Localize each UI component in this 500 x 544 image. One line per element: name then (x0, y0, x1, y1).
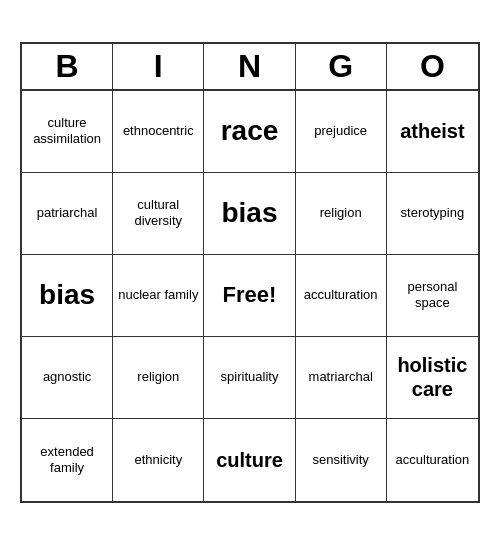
bingo-cell: prejudice (296, 91, 387, 173)
bingo-header: BINGO (22, 44, 478, 91)
bingo-card: BINGO culture assimilationethnocentricra… (20, 42, 480, 503)
bingo-cell: ethnocentric (113, 91, 204, 173)
bingo-header-letter: G (296, 44, 387, 89)
bingo-cell: spirituality (204, 337, 295, 419)
bingo-cell: religion (113, 337, 204, 419)
bingo-cell: sensitivity (296, 419, 387, 501)
bingo-cell: ethnicity (113, 419, 204, 501)
bingo-cell: Free! (204, 255, 295, 337)
bingo-cell: patriarchal (22, 173, 113, 255)
bingo-cell: culture assimilation (22, 91, 113, 173)
bingo-cell: religion (296, 173, 387, 255)
bingo-header-letter: I (113, 44, 204, 89)
bingo-cell: cultural diversity (113, 173, 204, 255)
bingo-header-letter: N (204, 44, 295, 89)
bingo-cell: nuclear family (113, 255, 204, 337)
bingo-cell: bias (22, 255, 113, 337)
bingo-cell: extended family (22, 419, 113, 501)
bingo-cell: matriarchal (296, 337, 387, 419)
bingo-cell: holistic care (387, 337, 478, 419)
bingo-cell: sterotyping (387, 173, 478, 255)
bingo-cell: atheist (387, 91, 478, 173)
bingo-cell: agnostic (22, 337, 113, 419)
bingo-cell: acculturation (387, 419, 478, 501)
bingo-cell: race (204, 91, 295, 173)
bingo-cell: personal space (387, 255, 478, 337)
bingo-grid: culture assimilationethnocentricraceprej… (22, 91, 478, 501)
bingo-header-letter: O (387, 44, 478, 89)
bingo-cell: culture (204, 419, 295, 501)
bingo-cell: acculturation (296, 255, 387, 337)
bingo-cell: bias (204, 173, 295, 255)
bingo-header-letter: B (22, 44, 113, 89)
